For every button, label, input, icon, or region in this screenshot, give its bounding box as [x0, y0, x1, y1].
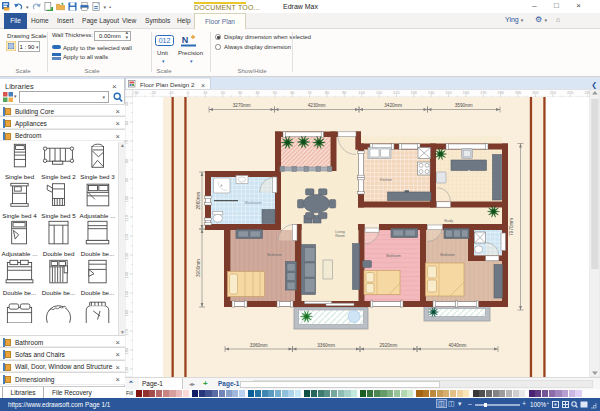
svg-text:4230mm: 4230mm — [308, 103, 326, 108]
svg-text:70: 70 — [308, 91, 312, 95]
svg-text:3360mm: 3360mm — [317, 343, 335, 348]
svg-text:3270mm: 3270mm — [233, 103, 251, 108]
svg-text:100: 100 — [125, 196, 129, 202]
svg-text:Bedroom: Bedroom — [440, 253, 455, 257]
svg-text:190: 190 — [515, 91, 521, 95]
svg-text:3590mm: 3590mm — [455, 103, 473, 108]
svg-text:20: 20 — [221, 91, 225, 95]
svg-text:4040mm: 4040mm — [449, 343, 467, 348]
svg-text:140: 140 — [428, 91, 434, 95]
svg-text:70: 70 — [125, 140, 129, 144]
svg-text:7970mm: 7970mm — [509, 218, 514, 236]
svg-text:2920mm: 2920mm — [380, 343, 398, 348]
svg-text:110: 110 — [376, 91, 382, 95]
svg-text:50: 50 — [125, 102, 129, 106]
svg-text:3900mm: 3900mm — [196, 259, 201, 277]
svg-text:Study: Study — [444, 219, 453, 223]
svg-text:40: 40 — [255, 91, 259, 95]
svg-text:170: 170 — [480, 91, 486, 95]
svg-text:120: 120 — [125, 234, 129, 240]
svg-text:Bedroom: Bedroom — [267, 253, 282, 257]
svg-text:012: 012 — [159, 37, 171, 44]
svg-text:Kitchen: Kitchen — [380, 178, 392, 182]
svg-text:80: 80 — [325, 91, 329, 95]
svg-text:Washroom: Washroom — [244, 201, 261, 205]
svg-text:130: 130 — [411, 91, 417, 95]
svg-text:210: 210 — [550, 91, 556, 95]
svg-text:50: 50 — [273, 91, 277, 95]
svg-text:130: 130 — [125, 253, 129, 259]
svg-text:150: 150 — [445, 91, 451, 95]
svg-text:❮: ❮ — [591, 81, 597, 89]
svg-text:Room: Room — [335, 234, 345, 238]
svg-text:160: 160 — [463, 91, 469, 95]
svg-text:Floor Plan Design 2: Floor Plan Design 2 — [140, 81, 195, 88]
svg-text:10: 10 — [203, 91, 207, 95]
svg-text:3420mm: 3420mm — [384, 103, 402, 108]
svg-text:120: 120 — [393, 91, 399, 95]
svg-text:170: 170 — [125, 329, 129, 335]
svg-text:-30: -30 — [133, 91, 138, 95]
svg-text:90: 90 — [125, 178, 129, 182]
svg-text:-20: -20 — [151, 91, 156, 95]
svg-text:0: 0 — [187, 91, 189, 95]
svg-text:100: 100 — [359, 91, 365, 95]
svg-text:200: 200 — [532, 91, 538, 95]
svg-text:190: 190 — [125, 367, 129, 373]
svg-text:60: 60 — [290, 91, 294, 95]
svg-text:110: 110 — [125, 215, 129, 221]
svg-text:2860mm: 2860mm — [196, 191, 201, 209]
svg-text:N: N — [182, 35, 189, 45]
svg-text:3360mm: 3360mm — [250, 343, 268, 348]
svg-text:80: 80 — [125, 159, 129, 163]
svg-text:90: 90 — [342, 91, 346, 95]
svg-text:30: 30 — [238, 91, 242, 95]
svg-text:160: 160 — [125, 310, 129, 316]
svg-text:×: × — [201, 82, 205, 89]
svg-text:180: 180 — [125, 348, 129, 354]
svg-text:Bedroom: Bedroom — [386, 254, 401, 258]
svg-text:220: 220 — [567, 91, 573, 95]
svg-text:150: 150 — [125, 291, 129, 297]
svg-text:60: 60 — [125, 121, 129, 125]
svg-text:-10: -10 — [168, 91, 173, 95]
svg-text:180: 180 — [498, 91, 504, 95]
svg-text:140: 140 — [125, 272, 129, 278]
